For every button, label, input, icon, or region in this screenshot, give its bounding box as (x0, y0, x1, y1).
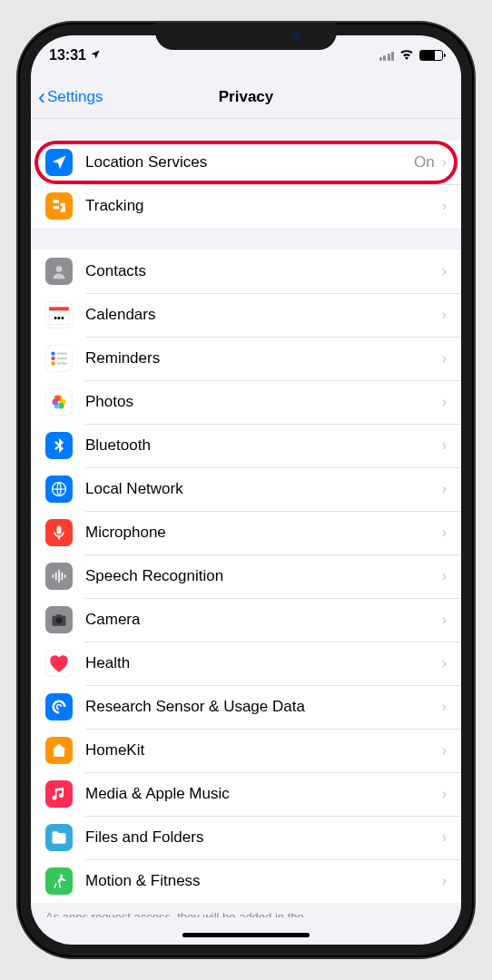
svg-rect-17 (57, 526, 62, 534)
svg-rect-8 (57, 358, 67, 359)
calendar-icon: ••• (45, 301, 73, 328)
speech-icon (45, 563, 73, 590)
chevron-right-icon: › (442, 699, 447, 715)
chevron-right-icon: › (442, 307, 447, 323)
chevron-right-icon: › (442, 655, 447, 671)
svg-point-4 (51, 351, 54, 355)
svg-rect-18 (53, 574, 54, 577)
row-label: HomeKit (85, 741, 442, 760)
chevron-right-icon: › (442, 154, 447, 171)
microphone-icon (45, 519, 73, 546)
homekit-icon (45, 737, 73, 764)
svg-text:•••: ••• (54, 312, 64, 323)
research-icon (45, 693, 73, 720)
chevron-right-icon: › (442, 786, 447, 802)
chevron-right-icon: › (442, 524, 447, 541)
home-indicator[interactable] (182, 933, 310, 937)
status-left: 13:31 (49, 47, 101, 64)
phone-screen: 13:31 ‹ Settings Privacy (31, 35, 461, 945)
row-files-folders[interactable]: Files and Folders › (31, 816, 461, 859)
row-label: Media & Apple Music (85, 785, 442, 803)
row-label: Microphone (85, 524, 442, 542)
row-microphone[interactable]: Microphone › (31, 511, 461, 554)
row-value: On (414, 153, 435, 172)
row-label: Speech Recognition (85, 567, 442, 585)
content-scroll[interactable]: Location Services On › Tracking › (31, 119, 461, 917)
chevron-right-icon: › (442, 263, 447, 279)
chevron-right-icon: › (442, 350, 447, 367)
contacts-icon (45, 258, 73, 285)
chevron-right-icon: › (442, 873, 447, 889)
row-label: Research Sensor & Usage Data (85, 698, 442, 716)
svg-rect-9 (57, 362, 67, 364)
row-label: Bluetooth (85, 436, 442, 455)
row-reminders[interactable]: Reminders › (31, 337, 461, 380)
motion-icon (45, 867, 73, 895)
svg-rect-1 (49, 307, 69, 310)
row-research[interactable]: Research Sensor & Usage Data › (31, 685, 461, 729)
nav-header: ‹ Settings Privacy (31, 75, 461, 119)
row-label: Reminders (85, 349, 442, 368)
chevron-right-icon: › (442, 742, 447, 759)
row-homekit[interactable]: HomeKit › (31, 729, 461, 772)
svg-rect-20 (58, 570, 60, 582)
status-right (379, 47, 444, 64)
row-label: Photos (85, 393, 442, 411)
reminders-icon (45, 345, 73, 372)
row-label: Calendars (85, 306, 442, 324)
folder-icon (45, 824, 73, 851)
back-button[interactable]: ‹ Settings (38, 84, 103, 110)
phone-frame: 13:31 ‹ Settings Privacy (18, 23, 474, 957)
section-location: Location Services On › Tracking › (31, 141, 461, 228)
network-icon (45, 475, 73, 503)
bluetooth-icon (45, 432, 73, 459)
wifi-icon (399, 47, 414, 64)
location-arrow-icon (90, 49, 101, 63)
row-label: Files and Folders (85, 828, 442, 847)
chevron-right-icon: › (442, 829, 447, 846)
back-label: Settings (47, 88, 103, 106)
svg-point-5 (51, 357, 54, 360)
svg-point-0 (56, 266, 63, 272)
row-label: Local Network (85, 480, 442, 498)
location-icon (45, 149, 73, 176)
row-contacts[interactable]: Contacts › (31, 250, 461, 293)
row-photos[interactable]: Photos › (31, 380, 461, 424)
svg-rect-24 (56, 614, 63, 617)
row-tracking[interactable]: Tracking › (31, 184, 461, 228)
row-label: Location Services (85, 153, 414, 172)
svg-point-15 (54, 395, 61, 401)
row-speech[interactable]: Speech Recognition › (31, 554, 461, 598)
notch (155, 23, 337, 50)
row-label: Motion & Fitness (85, 872, 442, 890)
chevron-right-icon: › (442, 437, 447, 454)
camera-icon (45, 606, 73, 633)
health-icon (45, 650, 73, 677)
row-local-network[interactable]: Local Network › (31, 467, 461, 511)
chevron-right-icon: › (442, 198, 447, 214)
cellular-signal-icon (379, 51, 395, 61)
svg-point-25 (56, 618, 63, 624)
row-location-services[interactable]: Location Services On › (31, 141, 461, 184)
chevron-right-icon: › (442, 394, 447, 410)
page-title: Privacy (219, 88, 274, 106)
chevron-right-icon: › (442, 568, 447, 584)
footer-text: As apps request access, they will be add… (31, 903, 461, 917)
row-bluetooth[interactable]: Bluetooth › (31, 424, 461, 467)
chevron-left-icon: ‹ (38, 84, 45, 110)
row-motion-fitness[interactable]: Motion & Fitness › (31, 859, 461, 903)
chevron-right-icon: › (442, 481, 447, 497)
photos-icon (45, 388, 73, 416)
music-icon (45, 780, 73, 808)
row-media-music[interactable]: Media & Apple Music › (31, 772, 461, 816)
row-camera[interactable]: Camera › (31, 598, 461, 642)
svg-rect-7 (57, 353, 67, 355)
row-label: Health (85, 654, 442, 672)
svg-rect-21 (62, 573, 64, 580)
row-label: Tracking (85, 197, 442, 215)
row-health[interactable]: Health › (31, 642, 461, 685)
svg-rect-19 (55, 573, 57, 580)
row-calendars[interactable]: ••• Calendars › (31, 293, 461, 337)
tracking-icon (45, 192, 73, 220)
svg-point-6 (51, 361, 54, 365)
